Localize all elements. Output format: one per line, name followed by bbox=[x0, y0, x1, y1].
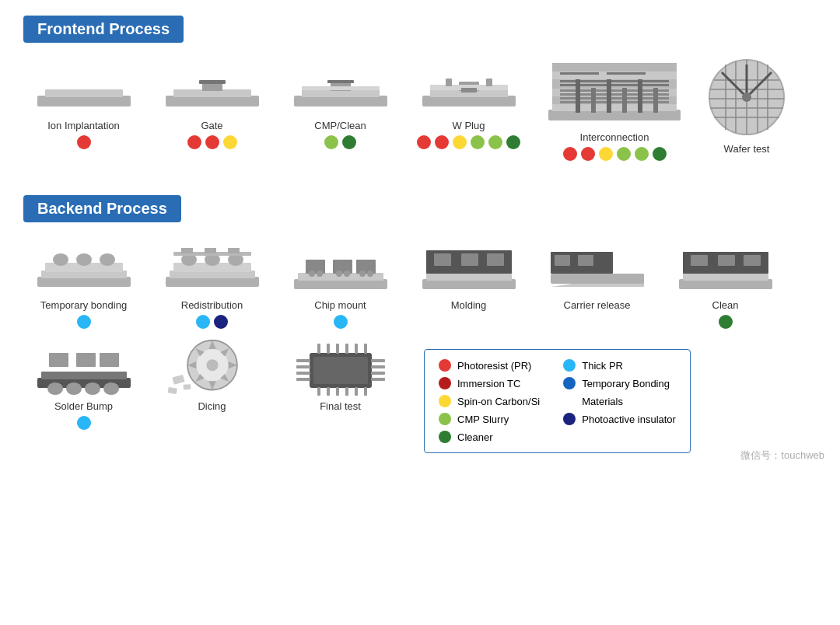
frontend-row: Ion Implantation Gate bbox=[23, 57, 817, 173]
svg-rect-89 bbox=[555, 255, 570, 266]
svg-rect-2 bbox=[166, 96, 259, 106]
step-carrier-release: Carrier release bbox=[537, 236, 657, 330]
solder-bump-img bbox=[33, 337, 135, 396]
svg-rect-17 bbox=[461, 88, 477, 93]
svg-rect-99 bbox=[41, 372, 127, 379]
molding-label: Molding bbox=[451, 299, 487, 311]
dot bbox=[77, 135, 91, 149]
w-plug-dots bbox=[417, 134, 520, 150]
legend-dot-red bbox=[439, 359, 451, 372]
dot bbox=[435, 135, 449, 149]
chip-mount-img bbox=[290, 236, 391, 295]
svg-point-75 bbox=[309, 271, 315, 277]
dot bbox=[187, 135, 201, 149]
clean-label: Clean bbox=[712, 299, 739, 311]
svg-rect-0 bbox=[37, 96, 131, 106]
svg-rect-132 bbox=[327, 344, 330, 354]
step-w-plug: W Plug bbox=[408, 57, 529, 150]
svg-rect-133 bbox=[336, 344, 339, 354]
svg-rect-131 bbox=[317, 344, 320, 354]
svg-rect-118 bbox=[172, 375, 184, 385]
svg-point-100 bbox=[47, 382, 63, 395]
svg-rect-74 bbox=[356, 260, 376, 274]
chip-mount-label: Chip mount bbox=[314, 299, 366, 311]
svg-point-79 bbox=[359, 271, 366, 277]
dot bbox=[471, 135, 485, 149]
legend-box: Photoresist (PR) Immersion TC Spin-on Ca… bbox=[424, 349, 691, 453]
ion-implantation-dots bbox=[77, 134, 91, 150]
svg-rect-73 bbox=[333, 260, 352, 274]
dot bbox=[77, 315, 91, 329]
svg-rect-26 bbox=[552, 79, 677, 89]
svg-rect-34 bbox=[653, 88, 658, 113]
svg-rect-85 bbox=[461, 253, 478, 266]
cmp-clean-img bbox=[290, 57, 391, 115]
step-chip-mount: Chip mount bbox=[280, 236, 401, 330]
dicing-label: Dicing bbox=[198, 400, 226, 412]
svg-rect-128 bbox=[371, 365, 385, 368]
svg-rect-6 bbox=[294, 96, 387, 106]
legend-photoresist-label: Photoresist (PR) bbox=[457, 360, 531, 372]
frontend-title: Frontend Process bbox=[23, 16, 184, 43]
svg-rect-16 bbox=[486, 79, 492, 86]
redistribution-img bbox=[162, 236, 263, 295]
svg-rect-104 bbox=[49, 353, 68, 367]
svg-rect-35 bbox=[552, 71, 677, 79]
svg-rect-93 bbox=[683, 273, 768, 281]
dot bbox=[196, 315, 210, 329]
dot bbox=[417, 135, 431, 149]
step-clean: Clean bbox=[665, 236, 786, 330]
svg-rect-69 bbox=[228, 248, 240, 253]
svg-rect-68 bbox=[205, 248, 216, 253]
frontend-section: Frontend Process Ion Implantation bbox=[23, 16, 817, 173]
dot bbox=[719, 315, 733, 329]
dot bbox=[453, 135, 467, 149]
svg-rect-1 bbox=[45, 89, 123, 97]
svg-point-102 bbox=[85, 382, 100, 395]
legend-dot-darkred bbox=[439, 377, 451, 389]
ion-implantation-img bbox=[33, 57, 135, 115]
legend-cmp-label: CMP Slurry bbox=[457, 414, 509, 425]
svg-rect-120 bbox=[183, 384, 191, 389]
redistribution-dots bbox=[196, 314, 228, 330]
legend-dot-yellow bbox=[439, 395, 451, 407]
solder-bump-dots bbox=[77, 415, 91, 431]
svg-rect-136 bbox=[364, 344, 367, 354]
interconnection-dots bbox=[563, 146, 667, 162]
svg-rect-139 bbox=[336, 387, 339, 396]
svg-rect-32 bbox=[591, 88, 596, 113]
svg-rect-67 bbox=[181, 248, 193, 253]
legend-dot-blue-dark bbox=[563, 413, 576, 425]
gate-img bbox=[162, 57, 263, 115]
svg-rect-138 bbox=[327, 387, 330, 396]
final-test-label: Final test bbox=[320, 400, 361, 412]
temporary-bonding-img bbox=[33, 236, 135, 295]
legend-photoactive-label: Photoactive insulator bbox=[582, 414, 676, 425]
svg-rect-82 bbox=[426, 273, 512, 281]
svg-point-59 bbox=[100, 253, 115, 266]
carrier-release-img bbox=[547, 236, 648, 295]
svg-rect-134 bbox=[345, 344, 348, 354]
svg-rect-125 bbox=[296, 372, 310, 375]
svg-rect-105 bbox=[76, 353, 96, 367]
step-temporary-bonding: Temporary bonding bbox=[23, 236, 144, 330]
svg-point-58 bbox=[76, 253, 92, 266]
dot bbox=[599, 147, 613, 161]
svg-rect-135 bbox=[355, 344, 358, 354]
svg-point-57 bbox=[53, 253, 68, 266]
svg-rect-29 bbox=[576, 79, 580, 113]
svg-point-109 bbox=[206, 359, 218, 371]
legend-thick-pr: Thick PR bbox=[563, 359, 676, 372]
svg-rect-5 bbox=[199, 80, 226, 84]
molding-img bbox=[418, 236, 520, 295]
legend-photoactive: Photoactive insulator bbox=[563, 413, 676, 425]
legend-cleaner: Cleaner bbox=[439, 431, 540, 443]
dot bbox=[506, 135, 520, 149]
legend-spinon-label: Spin-on Carbon/Si bbox=[457, 396, 540, 407]
svg-point-53 bbox=[742, 93, 751, 102]
svg-point-80 bbox=[367, 271, 373, 277]
svg-rect-123 bbox=[296, 359, 310, 362]
svg-rect-30 bbox=[607, 79, 611, 113]
svg-rect-9 bbox=[327, 80, 354, 83]
svg-rect-119 bbox=[167, 387, 177, 394]
